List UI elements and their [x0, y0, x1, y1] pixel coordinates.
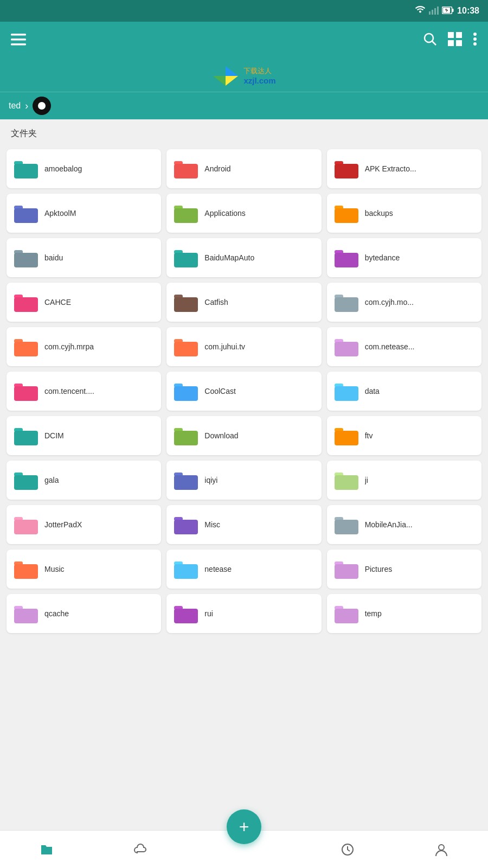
folder-item[interactable]: com.cyjh.mo...: [327, 283, 481, 322]
folder-item[interactable]: bytedance: [327, 238, 481, 277]
more-options-button[interactable]: [473, 32, 477, 50]
folder-icon: [335, 292, 358, 312]
folder-item[interactable]: qcache: [7, 594, 161, 633]
folder-item[interactable]: Misc: [166, 505, 321, 544]
breadcrumb-prev[interactable]: ted: [9, 101, 21, 111]
folder-name: ftv: [365, 431, 474, 440]
status-icons: 10:38: [415, 6, 479, 16]
folder-item[interactable]: Download: [166, 416, 321, 455]
logo-main-text: xzjl.com: [243, 76, 275, 85]
folder-name: APK Extracto...: [365, 164, 474, 173]
folder-icon: [174, 426, 198, 445]
grid-view-button[interactable]: [448, 32, 462, 50]
svg-rect-37: [174, 253, 198, 267]
files-icon: [39, 842, 54, 857]
folder-item[interactable]: Pictures: [327, 550, 481, 589]
folder-item[interactable]: BaiduMapAuto: [166, 238, 321, 277]
folder-name: Misc: [204, 520, 313, 529]
folder-item[interactable]: rui: [166, 594, 321, 633]
folder-name: Android: [204, 164, 313, 173]
folder-item[interactable]: Music: [7, 550, 161, 589]
folder-icon: [174, 159, 198, 178]
folder-item[interactable]: netease: [166, 550, 321, 589]
folder-item[interactable]: CAHCE: [7, 283, 161, 322]
folder-item[interactable]: MobileAnJia...: [327, 505, 481, 544]
svg-rect-63: [335, 431, 358, 445]
svg-rect-71: [14, 520, 38, 534]
folder-icon: [14, 381, 38, 401]
svg-rect-81: [335, 564, 358, 579]
folder-item[interactable]: backups: [327, 194, 481, 233]
fab-icon: +: [239, 817, 249, 837]
folder-item[interactable]: com.tencent....: [7, 372, 161, 411]
svg-rect-8: [11, 39, 26, 41]
svg-rect-0: [429, 11, 431, 15]
nav-profile[interactable]: [434, 842, 449, 857]
folder-icon: [14, 337, 38, 356]
folder-icon: [335, 515, 358, 534]
folder-item[interactable]: Applications: [166, 194, 321, 233]
folder-item[interactable]: com.juhui.tv: [166, 327, 321, 366]
folder-item[interactable]: temp: [327, 594, 481, 633]
battery-icon: [442, 7, 454, 16]
folder-icon: [174, 292, 198, 312]
svg-rect-53: [14, 386, 38, 401]
svg-rect-77: [14, 564, 38, 579]
folder-name: iqiyi: [204, 476, 313, 484]
folder-icon: [14, 159, 38, 178]
svg-marker-19: [226, 66, 238, 76]
folder-item[interactable]: Catfish: [166, 283, 321, 322]
folder-item[interactable]: JotterPadX: [7, 505, 161, 544]
folder-icon: [335, 470, 358, 490]
folder-icon: [174, 604, 198, 623]
folder-item[interactable]: iqiyi: [166, 461, 321, 500]
svg-rect-15: [456, 40, 462, 46]
folder-item[interactable]: ftv: [327, 416, 481, 455]
folder-item[interactable]: CoolCast: [166, 372, 321, 411]
folder-item[interactable]: Android: [166, 149, 321, 188]
nav-cloud[interactable]: [133, 842, 148, 857]
svg-rect-75: [335, 520, 358, 534]
nav-files[interactable]: [39, 842, 54, 857]
fab-button[interactable]: +: [227, 809, 261, 844]
folder-item[interactable]: data: [327, 372, 481, 411]
folder-icon: [335, 604, 358, 623]
logo-bar: 下载达人 xzjl.com: [0, 60, 488, 92]
folder-name: Music: [44, 565, 153, 573]
folder-item[interactable]: baidu: [7, 238, 161, 277]
folder-icon: [174, 337, 198, 356]
folder-icon: [14, 604, 38, 623]
svg-rect-39: [335, 253, 358, 267]
folder-item[interactable]: DCIM: [7, 416, 161, 455]
folder-item[interactable]: amoebalog: [7, 149, 161, 188]
breadcrumb-bar: ted ›: [0, 92, 488, 119]
folder-name: backups: [365, 209, 474, 218]
folder-name: MobileAnJia...: [365, 520, 474, 529]
folder-name: JotterPadX: [44, 520, 153, 529]
folder-item[interactable]: gala: [7, 461, 161, 500]
svg-rect-6: [452, 9, 454, 12]
folder-item[interactable]: ApktoolM: [7, 194, 161, 233]
svg-rect-2: [434, 8, 436, 15]
svg-rect-69: [335, 475, 358, 490]
svg-rect-73: [174, 520, 198, 534]
svg-point-17: [473, 37, 477, 41]
folder-icon: [14, 515, 38, 534]
menu-button[interactable]: [11, 33, 26, 49]
folder-name: data: [365, 387, 474, 395]
folder-icon: [174, 559, 198, 579]
folder-name: qcache: [44, 609, 153, 618]
folder-icon: [174, 515, 198, 534]
folder-icon: [174, 248, 198, 267]
folder-item[interactable]: ji: [327, 461, 481, 500]
folder-item[interactable]: com.netease...: [327, 327, 481, 366]
svg-point-18: [473, 42, 477, 46]
folder-icon: [174, 203, 198, 223]
folder-item[interactable]: APK Extracto...: [327, 149, 481, 188]
nav-history[interactable]: [340, 842, 355, 857]
folder-name: netease: [204, 565, 313, 573]
folder-item[interactable]: com.cyjh.mrpa: [7, 327, 161, 366]
folder-icon: [14, 292, 38, 312]
search-button[interactable]: [423, 32, 437, 50]
folder-name: BaiduMapAuto: [204, 253, 313, 262]
